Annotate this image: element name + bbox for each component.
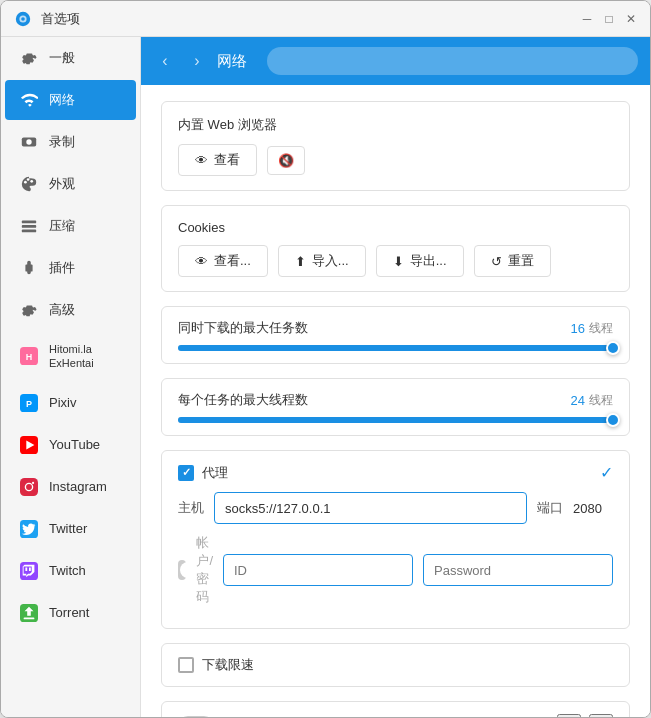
pixiv-icon: P <box>19 393 39 413</box>
puzzle-icon <box>19 258 39 278</box>
host-input[interactable] <box>214 492 527 524</box>
sidebar-item-appearance[interactable]: 外观 <box>5 164 136 204</box>
sidebar-item-twitter[interactable]: Twitter <box>5 509 136 549</box>
cookies-import-button[interactable]: ⬆ 导入... <box>278 245 366 277</box>
search-input[interactable] <box>267 47 638 75</box>
cookies-section: Cookies 👁 查看... ⬆ 导入... ⬇ 导出... <box>161 205 630 292</box>
svg-text:H: H <box>26 352 33 362</box>
max-threads-slider[interactable] <box>178 417 613 423</box>
proxy-section: ✓ 代理 ✓ 主机 端口 2080 <box>161 450 630 629</box>
svg-point-6 <box>27 178 30 181</box>
window-controls: ─ □ ✕ <box>580 12 638 26</box>
main-body: 一般 网络 录制 外观 <box>1 37 650 717</box>
checkmark-icon: ✓ <box>182 466 191 479</box>
dpi-reset-button[interactable]: ↺ <box>589 714 613 717</box>
svg-rect-9 <box>22 225 36 228</box>
max-tasks-track <box>178 345 613 351</box>
sidebar-item-general[interactable]: 一般 <box>5 38 136 78</box>
app-icon <box>13 9 33 29</box>
proxy-label: 代理 <box>202 464 228 482</box>
close-button[interactable]: ✕ <box>624 12 638 26</box>
page-title: 网络 <box>217 52 247 71</box>
download-limit-checkbox[interactable] <box>178 657 194 673</box>
minimize-button[interactable]: ─ <box>580 12 594 26</box>
browser-section: 内置 Web 浏览器 👁 查看 🔇 <box>161 101 630 191</box>
cookies-reset-button[interactable]: ↺ 重置 <box>474 245 551 277</box>
content-area: ‹ › 网络 内置 Web 浏览器 👁 查看 🔇 <box>141 37 650 717</box>
sidebar-item-twitch-label: Twitch <box>49 563 86 578</box>
id-input[interactable] <box>223 554 413 586</box>
titlebar: 首选项 ─ □ ✕ <box>1 1 650 37</box>
dpi-settings-button[interactable]: ⚙ <box>557 714 581 717</box>
svg-text:P: P <box>26 398 32 408</box>
window-title: 首选项 <box>41 10 580 28</box>
cookies-view-button[interactable]: 👁 查看... <box>178 245 268 277</box>
dpi-icons: ⚙ ↺ <box>557 714 613 717</box>
compress-icon <box>19 216 39 236</box>
sidebar-item-youtube-label: YouTube <box>49 437 100 452</box>
port-value: 2080 <box>573 501 613 516</box>
sidebar-item-pixiv[interactable]: P Pixiv <box>5 383 136 423</box>
svg-rect-23 <box>24 617 35 619</box>
cookies-export-button[interactable]: ⬇ 导出... <box>376 245 464 277</box>
sidebar-item-general-label: 一般 <box>49 49 75 67</box>
max-tasks-thumb <box>606 341 620 355</box>
sidebar-item-instagram[interactable]: Instagram <box>5 467 136 507</box>
max-tasks-value: 16 <box>571 321 585 336</box>
svg-point-5 <box>24 181 27 184</box>
svg-point-19 <box>32 481 34 483</box>
account-toggle[interactable] <box>178 560 186 580</box>
svg-point-4 <box>26 139 31 144</box>
sidebar-item-network[interactable]: 网络 <box>5 80 136 120</box>
proxy-host-row: 主机 端口 2080 <box>178 492 613 524</box>
back-button[interactable]: ‹ <box>153 49 177 73</box>
browser-view-button[interactable]: 👁 查看 <box>178 144 257 176</box>
browser-mute-button[interactable]: 🔇 <box>267 146 305 175</box>
max-tasks-unit: 线程 <box>589 320 613 337</box>
gear-icon <box>19 48 39 68</box>
svg-point-2 <box>21 17 25 21</box>
sidebar-item-pixiv-label: Pixiv <box>49 395 76 410</box>
svg-rect-10 <box>22 230 36 233</box>
forward-button[interactable]: › <box>185 49 209 73</box>
password-input[interactable] <box>423 554 613 586</box>
sidebar-item-plugins-label: 插件 <box>49 259 75 277</box>
max-threads-label: 每个任务的最大线程数 <box>178 391 308 409</box>
sidebar-item-compress[interactable]: 压缩 <box>5 206 136 246</box>
max-tasks-slider[interactable] <box>178 345 613 351</box>
max-threads-label-row: 每个任务的最大线程数 24 线程 <box>178 391 613 409</box>
sidebar-item-twitch[interactable]: Twitch <box>5 551 136 591</box>
sidebar-item-recording-label: 录制 <box>49 133 75 151</box>
instagram-icon <box>19 477 39 497</box>
twitch-icon <box>19 561 39 581</box>
gear2-icon <box>19 300 39 320</box>
content-header: ‹ › 网络 <box>141 37 650 85</box>
download-limit-label: 下载限速 <box>202 656 254 674</box>
twitter-icon <box>19 519 39 539</box>
maximize-button[interactable]: □ <box>602 12 616 26</box>
cookies-section-title: Cookies <box>178 220 613 235</box>
sidebar-item-instagram-label: Instagram <box>49 479 107 494</box>
sidebar-item-plugins[interactable]: 插件 <box>5 248 136 288</box>
sidebar-item-hitomi[interactable]: H Hitomi.la ExHentai <box>5 332 136 381</box>
sidebar-item-advanced[interactable]: 高级 <box>5 290 136 330</box>
account-label: 帐户/密码 <box>196 534 213 606</box>
sidebar-item-torrent[interactable]: Torrent <box>5 593 136 633</box>
proxy-header: ✓ 代理 ✓ <box>178 463 613 482</box>
export-icon: ⬇ <box>393 254 404 269</box>
max-threads-unit: 线程 <box>589 392 613 409</box>
svg-point-7 <box>30 180 33 183</box>
dpi-toggle[interactable] <box>178 716 214 717</box>
sidebar-item-youtube[interactable]: YouTube <box>5 425 136 465</box>
sidebar-item-twitter-label: Twitter <box>49 521 87 536</box>
svg-rect-17 <box>20 478 38 496</box>
proxy-account-row: 帐户/密码 <box>178 534 613 606</box>
proxy-header-left: ✓ 代理 <box>178 464 228 482</box>
max-threads-thumb <box>606 413 620 427</box>
sidebar-item-hitomi-label: Hitomi.la ExHentai <box>49 342 122 371</box>
proxy-checkbox[interactable]: ✓ <box>178 465 194 481</box>
hitomi-icon: H <box>19 346 39 366</box>
toggle-thumb <box>180 562 196 578</box>
dpi-section: 统过 DPI ⚙ ↺ <box>161 701 630 717</box>
sidebar-item-recording[interactable]: 录制 <box>5 122 136 162</box>
